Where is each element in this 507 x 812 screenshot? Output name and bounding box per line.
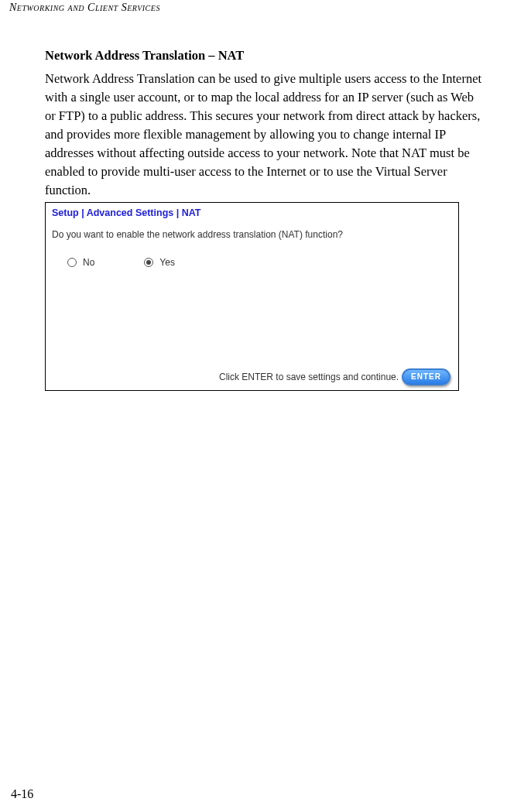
radio-circle-icon bbox=[144, 258, 153, 267]
radio-no[interactable]: No bbox=[67, 257, 94, 268]
radio-circle-icon bbox=[67, 258, 77, 267]
nat-panel: Setup | Advanced Settings | NAT Do you w… bbox=[45, 202, 459, 391]
page-header: Networking and Client Services bbox=[0, 0, 507, 14]
radio-yes[interactable]: Yes bbox=[144, 257, 175, 268]
footer-text: Click ENTER to save settings and continu… bbox=[219, 372, 399, 382]
panel-options: No Yes bbox=[46, 240, 458, 268]
panel-footer: Click ENTER to save settings and continu… bbox=[219, 368, 450, 385]
panel-breadcrumb: Setup | Advanced Settings | NAT bbox=[46, 203, 458, 220]
page-body: Network Address Translation – NAT Networ… bbox=[0, 14, 507, 391]
enter-button[interactable]: ENTER bbox=[402, 368, 450, 385]
page-number: 4-16 bbox=[11, 787, 33, 801]
radio-no-label: No bbox=[83, 257, 94, 268]
panel-question: Do you want to enable the network addres… bbox=[46, 220, 458, 240]
radio-dot-icon bbox=[146, 260, 151, 265]
radio-yes-label: Yes bbox=[159, 257, 175, 268]
body-paragraph: Network Address Translation can be used … bbox=[45, 70, 484, 199]
section-title: Network Address Translation – NAT bbox=[45, 48, 484, 63]
